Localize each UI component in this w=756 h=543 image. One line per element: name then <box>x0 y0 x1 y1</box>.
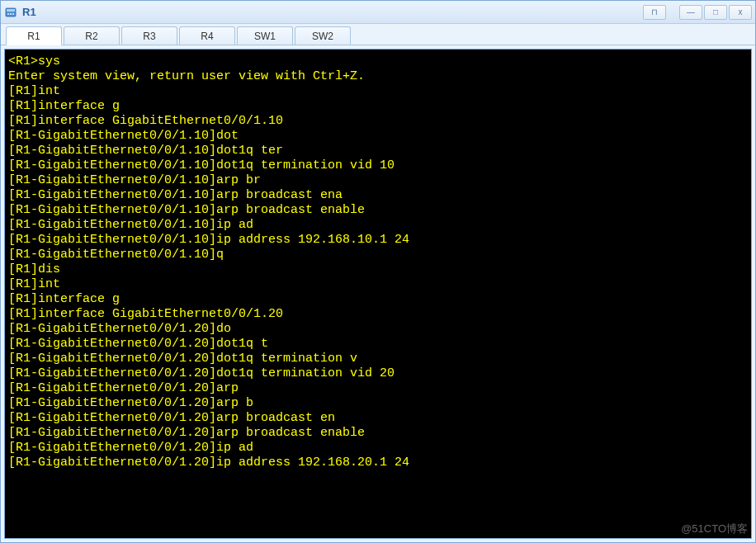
terminal-line: [R1]int <box>8 277 748 292</box>
terminal-line: [R1]dis <box>8 262 748 277</box>
terminal-container: <R1>sysEnter system view, return user vi… <box>1 45 755 542</box>
terminal-line: [R1-GigabitEthernet0/0/1.20]arp <box>8 381 748 396</box>
terminal-line: [R1]interface g <box>8 99 748 114</box>
svg-rect-1 <box>7 9 15 12</box>
titlebar[interactable]: R1 ⊓ — □ x <box>1 1 755 24</box>
tab-r3[interactable]: R3 <box>121 26 177 45</box>
terminal-line: [R1-GigabitEthernet0/0/1.10]q <box>8 248 748 262</box>
svg-point-3 <box>10 13 12 15</box>
terminal-line: [R1-GigabitEthernet0/0/1.20]arp b <box>8 396 748 411</box>
terminal-line: [R1-GigabitEthernet0/0/1.10]dot <box>8 129 748 144</box>
terminal-line: [R1-GigabitEthernet0/0/1.10]ip ad <box>8 218 748 233</box>
window-controls: ⊓ — □ x <box>643 5 752 20</box>
terminal-line: [R1]interface GigabitEthernet0/0/1.10 <box>8 114 748 129</box>
terminal-line: [R1]interface g <box>8 292 748 307</box>
tab-r4[interactable]: R4 <box>179 26 235 45</box>
terminal[interactable]: <R1>sysEnter system view, return user vi… <box>4 49 752 539</box>
terminal-line: [R1-GigabitEthernet0/0/1.10]dot1q ter <box>8 144 748 158</box>
terminal-line: [R1-GigabitEthernet0/0/1.20]dot1q termin… <box>8 352 748 366</box>
detach-button[interactable]: ⊓ <box>643 5 666 20</box>
terminal-line: [R1-GigabitEthernet0/0/1.10]arp broadcas… <box>8 188 748 203</box>
tab-r2[interactable]: R2 <box>64 26 120 45</box>
svg-point-2 <box>7 13 9 15</box>
app-window: R1 ⊓ — □ x R1 R2 R3 R4 SW1 SW2 <R1>sysEn… <box>0 0 756 543</box>
control-spacer <box>668 5 678 20</box>
tab-sw1[interactable]: SW1 <box>237 26 293 45</box>
terminal-line: [R1-GigabitEthernet0/0/1.20]arp broadcas… <box>8 426 748 441</box>
window-title: R1 <box>22 6 643 18</box>
terminal-line: [R1]interface GigabitEthernet0/0/1.20 <box>8 307 748 322</box>
terminal-line: [R1-GigabitEthernet0/0/1.10]arp broadcas… <box>8 203 748 218</box>
terminal-line: [R1-GigabitEthernet0/0/1.20]ip address 1… <box>8 456 748 470</box>
terminal-line: [R1-GigabitEthernet0/0/1.10]ip address 1… <box>8 233 748 248</box>
terminal-line: [R1-GigabitEthernet0/0/1.20]ip ad <box>8 441 748 456</box>
terminal-line: [R1-GigabitEthernet0/0/1.20]dot1q t <box>8 337 748 352</box>
terminal-line: [R1-GigabitEthernet0/0/1.10]arp br <box>8 173 748 188</box>
tab-sw2[interactable]: SW2 <box>295 26 351 45</box>
terminal-line: [R1-GigabitEthernet0/0/1.20]arp broadcas… <box>8 411 748 426</box>
svg-point-4 <box>12 13 14 15</box>
terminal-line: Enter system view, return user view with… <box>8 69 748 84</box>
terminal-line: [R1-GigabitEthernet0/0/1.10]dot1q termin… <box>8 158 748 173</box>
tab-r1[interactable]: R1 <box>6 26 62 45</box>
terminal-line: [R1-GigabitEthernet0/0/1.20]dot1q termin… <box>8 366 748 381</box>
terminal-line: [R1]int <box>8 84 748 99</box>
close-button[interactable]: x <box>729 5 752 20</box>
maximize-button[interactable]: □ <box>704 5 727 20</box>
terminal-line: <R1>sys <box>8 54 748 69</box>
terminal-line: [R1-GigabitEthernet0/0/1.20]do <box>8 322 748 337</box>
minimize-button[interactable]: — <box>679 5 702 20</box>
app-icon <box>4 6 17 19</box>
tabbar: R1 R2 R3 R4 SW1 SW2 <box>1 24 755 45</box>
